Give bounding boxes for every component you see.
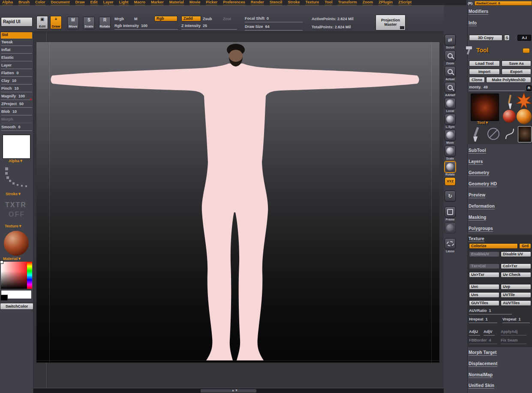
load-tool-button[interactable]: Load Tool [469,60,500,67]
brush-item-tweak[interactable]: Tweak [0,40,33,48]
menu-alpha[interactable]: Alpha [2,0,13,5]
section-morph-target[interactable]: Morph Target [469,350,497,356]
make-polymesh3d-button[interactable]: Make PolyMesh3D [486,77,531,83]
menu-draw[interactable]: Draw [75,0,85,5]
brush-item-zproject[interactable]: ZProject50 [0,102,33,109]
menu-zoom[interactable]: Zoom [362,0,373,5]
zcut-toggle[interactable]: Zcut [223,17,231,21]
radialcount-slider[interactable]: RadialCount8 [475,1,532,6]
stroke-preview[interactable] [0,166,33,190]
palette-color-icon[interactable] [523,48,530,53]
menu-layer[interactable]: Layer [103,0,114,5]
color-picker-gradient[interactable] [1,262,27,289]
brush-item-smooth[interactable]: Smooth0 [0,125,33,133]
menu-macro[interactable]: Macro [134,0,146,5]
material-palette-label[interactable]: Material▼ [3,257,21,261]
rgb-intensity-slider[interactable]: Rgb Intensity100 [114,24,178,30]
tool-name-slider[interactable]: monty.49 [469,85,525,91]
menu-stencil[interactable]: Stencil [270,0,283,5]
rgb-toggle[interactable]: Rgb [154,16,177,21]
uv-to-txr-button[interactable]: Uv>Txr [469,272,499,278]
tool-thumbnail-red-sphere[interactable] [503,110,516,123]
tool-thumbnail-null[interactable] [487,128,499,140]
tool-dropdown[interactable]: Tool▼ [477,121,489,125]
shelf-button-scroll[interactable]: ⇄Scroll [445,34,456,49]
menu-material[interactable]: Material [169,0,184,5]
menu-zscript[interactable]: ZScript [398,0,412,5]
shelf-button-zoom[interactable]: Zoom [445,50,456,65]
menu-document[interactable]: Document [51,0,70,5]
menu-picker[interactable]: Picker [206,0,217,5]
tool-thumbnail-curve[interactable] [504,127,515,141]
menu-color[interactable]: Color [35,0,45,5]
shelf-button-actual[interactable]: Actual [445,66,456,81]
brush-item-inflat[interactable]: Inflat [0,48,33,55]
document-area[interactable] [36,42,439,363]
guvtiles-button[interactable]: GUVTiles [469,300,499,306]
menu-tool[interactable]: Tool [325,0,332,5]
col-to-txr-button[interactable]: Col>Txr [501,263,531,269]
draw-button[interactable]: + Draw [50,16,62,29]
draw-size-slider[interactable]: Draw Size64 [245,25,303,30]
rapid-ui-button[interactable]: Rapid UI [1,17,33,27]
auvtiles-button[interactable]: AUVTiles [501,300,531,306]
adjv-button[interactable]: AdjV [484,330,495,336]
menu-zplugin[interactable]: ZPlugin [379,0,393,5]
copy-3d-button[interactable]: 3D Copy [469,35,502,41]
edit-button[interactable]: ▣ Edit [36,16,48,29]
uv-check-button[interactable]: Uv Check [501,272,531,278]
zadd-toggle[interactable]: Zadd [181,16,201,21]
menu-marker[interactable]: Marker [151,0,164,5]
ai-button[interactable]: A.I [517,35,531,41]
brush-item-clay[interactable]: Clay10 [0,79,33,86]
info-section[interactable]: Info [469,21,477,26]
shelf-button-xyz[interactable]: XYZ [445,177,456,189]
auvratio-slider[interactable]: AUVRatio1 [469,309,512,314]
tool-thumbnail-selected-head[interactable] [518,126,532,142]
save-as-button[interactable]: Save As [502,60,531,67]
menu-light[interactable]: Light [119,0,129,5]
brush-item-flatten[interactable]: Flatten0 [0,71,33,79]
hrepeat-slider[interactable]: Hrepeat1 [469,317,497,323]
section-layers[interactable]: Layers [469,159,483,165]
shelf-button-local[interactable]: Local [445,98,456,112]
tool-thumbnail-paintbrush[interactable] [470,126,483,142]
clone-button[interactable]: Clone [469,77,485,83]
section-geometry-hd[interactable]: Geometry HD [469,181,497,187]
section-texture[interactable]: Texture [469,236,484,242]
section-subtool[interactable]: SubTool [469,148,486,154]
brush-item-morph[interactable]: Morph [0,117,33,125]
scale-button[interactable]: S Scale [83,17,95,29]
menu-transform[interactable]: Transform [338,0,357,5]
section-displacement[interactable]: Displacement [469,361,497,367]
modifiers-section[interactable]: Modifiers [469,9,488,15]
vrepeat-slider[interactable]: Vrepeat1 [502,317,530,323]
menu-render[interactable]: Render [251,0,264,5]
tool-thumbnail-brush[interactable] [506,94,514,110]
brush-item-elastic[interactable]: Elastic [0,55,33,63]
section-normalmap[interactable]: NormalMap [469,372,493,378]
uvs-button[interactable]: Uvs [469,292,499,298]
shelf-button-aahalf[interactable]: AAHalf [445,82,456,97]
export-button[interactable]: Export [502,69,531,75]
colorize-button[interactable]: Colorize [469,243,518,249]
z-intensity-slider[interactable]: Z Intensity25 [181,24,237,30]
section-masking[interactable]: Masking [469,215,486,221]
m-toggle[interactable]: M [134,17,138,21]
section-deformation[interactable]: Deformation [469,204,495,209]
uvp-button[interactable]: Uvp [501,284,531,290]
projection-master-button[interactable]: Projection Master [376,15,406,30]
grd-button[interactable]: Grd [519,243,531,249]
brush-item-magnify[interactable]: Magnify100 [0,94,33,102]
texture-palette-label[interactable]: Texture▼ [5,224,22,228]
menu-preferences[interactable]: Preferences [223,0,245,5]
alpha-palette-label[interactable]: Alpha▼ [9,159,23,163]
mrgb-toggle[interactable]: Mrgb [114,17,124,21]
color-picker-marker[interactable] [0,260,3,264]
scrollbar-arrows-icon[interactable]: ▲▼ [231,389,238,392]
tool-thumbnail-demon[interactable] [471,94,499,121]
uvc-button[interactable]: Uvc [469,284,499,290]
tool-thumbnail-orange-sphere[interactable] [517,109,532,124]
shelf-button-lsym[interactable]: L.Sym [445,114,456,128]
section-preview[interactable]: Preview [469,193,485,198]
